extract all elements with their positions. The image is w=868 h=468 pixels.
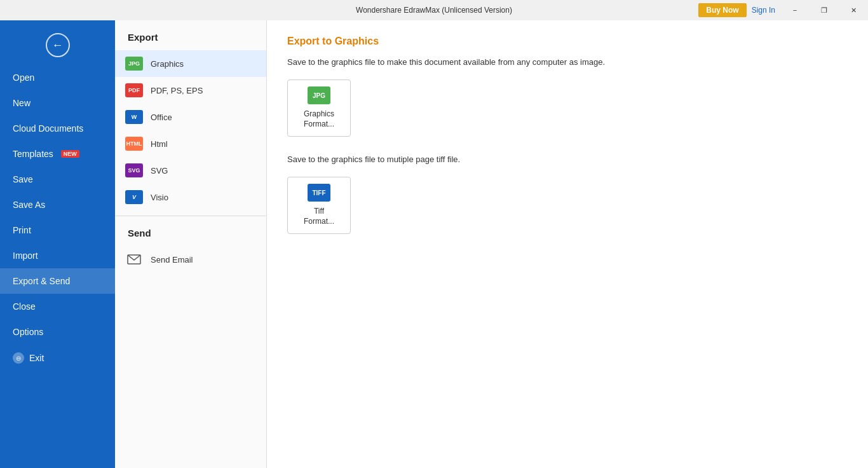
html-icon: HTML: [125, 137, 143, 151]
export-to-title: Export to Graphics: [287, 36, 848, 47]
titlebar: Wondershare EdrawMax (Unlicensed Version…: [0, 0, 868, 20]
sidebar-item-label: Exit: [29, 353, 44, 363]
office-icon: W: [125, 110, 143, 124]
close-window-button[interactable]: ✕: [839, 0, 868, 20]
sidebar-item-templates[interactable]: Templates NEW: [0, 141, 115, 167]
back-arrow-icon: ←: [52, 39, 64, 52]
buy-now-button[interactable]: Buy Now: [698, 3, 746, 17]
sidebar-item-label: Close: [13, 301, 36, 312]
card-graphics-label: GraphicsFormat...: [304, 109, 334, 129]
send-email-label: Send Email: [151, 255, 193, 265]
card-jpg-icon: JPG: [308, 86, 330, 104]
sidebar-item-label: Cloud Documents: [13, 123, 83, 134]
sidebar-item-save-as[interactable]: Save As: [0, 192, 115, 217]
send-email-icon: [125, 252, 143, 266]
format-cards-2: TIFF TiffFormat...: [287, 177, 848, 234]
section-desc-2: Save to the graphics file to mutiple pag…: [287, 155, 848, 164]
titlebar-controls: Buy Now Sign In − ❐ ✕: [698, 0, 868, 20]
sidebar-item-new[interactable]: New: [0, 90, 115, 116]
export-menu-item-visio[interactable]: V Visio: [115, 184, 266, 210]
sidebar-item-label: Options: [13, 327, 43, 337]
sidebar-item-save[interactable]: Save: [0, 167, 115, 192]
sidebar-item-export-send[interactable]: Export & Send: [0, 268, 115, 294]
graphics-format-card[interactable]: JPG GraphicsFormat...: [287, 79, 351, 137]
card-tiff-icon: TIFF: [308, 184, 330, 202]
export-menu-item-graphics[interactable]: JPG Graphics: [115, 50, 266, 77]
sidebar-item-open[interactable]: Open: [0, 65, 115, 90]
format-cards-1: JPG GraphicsFormat...: [287, 79, 848, 137]
sidebar-item-label: Templates: [13, 149, 53, 159]
titlebar-title: Wondershare EdrawMax (Unlicensed Version…: [356, 6, 512, 15]
card-tiff-label: TiffFormat...: [304, 207, 334, 226]
export-menu-item-label: PDF, PS, EPS: [151, 86, 203, 95]
minimize-button[interactable]: −: [780, 0, 810, 20]
svg-icon: SVG: [125, 163, 143, 177]
sidebar-item-label: Open: [13, 72, 34, 83]
new-badge: NEW: [61, 150, 79, 158]
sidebar-item-import[interactable]: Import: [0, 243, 115, 268]
section-desc-1: Save to the graphics file to make this d…: [287, 57, 848, 67]
send-section-title: Send: [115, 216, 266, 246]
sidebar-item-label: Save: [13, 174, 33, 184]
export-menu-item-svg[interactable]: SVG SVG: [115, 157, 266, 184]
graphics-icon: JPG: [125, 57, 143, 71]
sidebar-item-options[interactable]: Options: [0, 319, 115, 345]
export-menu-item-pdf[interactable]: PDF PDF, PS, EPS: [115, 77, 266, 104]
export-menu-item-label: Office: [151, 113, 172, 122]
export-menu-item-label: SVG: [151, 166, 168, 176]
export-menu-item-label: Html: [151, 139, 168, 149]
sign-in-button[interactable]: Sign In: [752, 6, 775, 15]
right-panel: Export to Graphics Save to the graphics …: [267, 20, 868, 468]
sidebar-item-label: Export & Send: [13, 276, 70, 286]
sidebar-item-label: Print: [13, 225, 31, 235]
sidebar: ← Open New Cloud Documents Templates NEW…: [0, 20, 115, 468]
tiff-format-card[interactable]: TIFF TiffFormat...: [287, 177, 351, 234]
export-section-title: Export: [115, 20, 266, 50]
export-menu-item-label: Graphics: [151, 59, 184, 69]
pdf-icon: PDF: [125, 83, 143, 97]
app-body: ← Open New Cloud Documents Templates NEW…: [0, 20, 868, 468]
sidebar-item-label: Import: [13, 251, 38, 261]
sidebar-item-cloud-documents[interactable]: Cloud Documents: [0, 116, 115, 141]
content-area: Export JPG Graphics PDF PDF, PS, EPS W O…: [115, 20, 868, 468]
export-menu-item-office[interactable]: W Office: [115, 104, 266, 130]
sidebar-item-close[interactable]: Close: [0, 294, 115, 319]
visio-icon: V: [125, 190, 143, 204]
export-menu-item-label: Visio: [151, 193, 168, 202]
restore-button[interactable]: ❐: [810, 0, 839, 20]
export-menu-item-send-email[interactable]: Send Email: [115, 246, 266, 273]
sidebar-item-label: Save As: [13, 200, 45, 210]
sidebar-back[interactable]: ←: [0, 25, 115, 65]
sidebar-item-print[interactable]: Print: [0, 217, 115, 243]
export-panel: Export JPG Graphics PDF PDF, PS, EPS W O…: [115, 20, 267, 468]
export-menu-item-html[interactable]: HTML Html: [115, 130, 266, 157]
sidebar-item-label: New: [13, 98, 31, 108]
sidebar-item-exit[interactable]: ⊖ Exit: [0, 345, 115, 371]
back-button[interactable]: ←: [46, 33, 70, 57]
exit-icon: ⊖: [13, 352, 24, 364]
